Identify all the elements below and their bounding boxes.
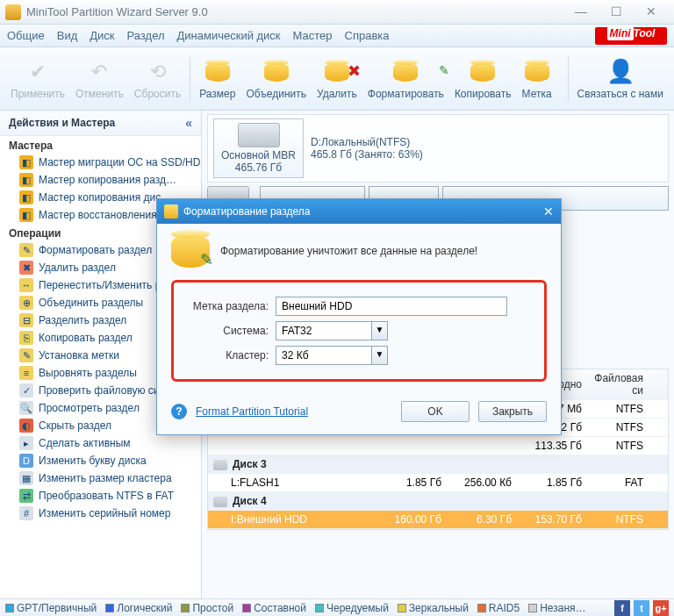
disk-header-4[interactable]: Диск 4	[208, 492, 668, 511]
format-icon: ✎	[391, 58, 419, 86]
chevron-down-icon[interactable]: ▼	[372, 321, 388, 340]
op-change-letter[interactable]: DИзменить букву диска	[0, 452, 201, 469]
delete-button[interactable]: ✖Удалить	[312, 54, 362, 104]
hdd-icon	[238, 123, 280, 147]
legend-striped: Чередуемый	[315, 602, 389, 614]
gplus-icon[interactable]: g+	[653, 600, 669, 616]
wizard-migrate-os[interactable]: ◧Мастер миграции ОС на SSD/HD	[0, 154, 201, 171]
legend-spanned: Составной	[242, 602, 306, 614]
resize-icon	[204, 58, 232, 86]
label-cluster: Кластер:	[184, 349, 269, 362]
legend-mirror: Зеркальный	[398, 602, 469, 614]
brand-logo: MiniTool	[595, 27, 667, 45]
help-icon[interactable]: ?	[171, 404, 187, 419]
label-filesystem: Система:	[184, 325, 269, 337]
disk-header-3[interactable]: Диск 3	[208, 455, 668, 474]
merge-button[interactable]: Объединить	[240, 54, 312, 104]
toolbar: ✔Применить ↶Отменить ⟲Сбросить Размер Об…	[0, 47, 674, 111]
dialog-close-icon[interactable]: ✕	[543, 204, 554, 218]
menu-help[interactable]: Справка	[345, 29, 390, 42]
dialog-titlebar: Форматирование раздела ✕	[157, 199, 561, 224]
delete-icon: ✖	[323, 58, 351, 86]
menu-bar: Общие Вид Диск Раздел Динамический диск …	[0, 25, 674, 47]
legend-simple: Простой	[181, 602, 233, 614]
legend-gpt: GPT/Первичный	[5, 602, 97, 614]
select-filesystem[interactable]: ▼	[276, 321, 388, 340]
dialog-title: Форматирование раздела	[183, 205, 310, 218]
disk-map-header: Основной MBR465.76 Гб D:Локальный(NTFS)4…	[207, 114, 669, 183]
wizard-copy-partition[interactable]: ◧Мастер копирования разд…	[0, 171, 201, 189]
format-big-icon	[171, 234, 210, 268]
app-icon	[5, 4, 21, 20]
window-title: MiniTool Partition Wizard Server 9.0	[26, 5, 208, 18]
minimize-button[interactable]: —	[563, 4, 599, 21]
disk-basic-box[interactable]: Основной MBR465.76 Гб	[213, 118, 304, 178]
discard-icon: ⟲	[144, 58, 172, 86]
dialog-icon	[164, 204, 178, 218]
dialog-form: Метка раздела: Система: ▼ Кластер: ▼	[171, 280, 547, 382]
chevron-down-icon[interactable]: ▼	[372, 346, 388, 365]
twitter-icon[interactable]: t	[634, 600, 649, 616]
legend-logical: Логический	[105, 602, 172, 614]
social-icons: f t g+	[614, 600, 669, 616]
copy-icon	[469, 58, 497, 86]
label-partition: Метка раздела:	[184, 300, 269, 312]
menu-view[interactable]: Вид	[57, 29, 78, 42]
facebook-icon[interactable]: f	[614, 600, 630, 616]
contact-icon: 👤	[606, 58, 635, 86]
collapse-icon[interactable]: «	[185, 116, 192, 130]
sidebar-group-wizards: Мастера	[0, 136, 201, 154]
sidebar-title: Действия и Мастера«	[0, 111, 201, 136]
resize-button[interactable]: Размер	[194, 54, 240, 104]
menu-disk[interactable]: Диск	[90, 29, 114, 42]
copy-button[interactable]: Копировать	[449, 54, 517, 104]
op-cluster-size[interactable]: ▦Изменить размер кластера	[0, 469, 201, 487]
undo-button[interactable]: ↶Отменить	[70, 54, 129, 104]
menu-wizard[interactable]: Мастер	[293, 29, 333, 42]
legend-bar: GPT/Первичный Логический Простой Составн…	[0, 598, 674, 616]
close-button[interactable]: ✕	[634, 4, 669, 21]
apply-button[interactable]: ✔Применить	[5, 54, 70, 104]
op-serial[interactable]: #Изменить серийный номер	[0, 505, 201, 522]
input-partition-label[interactable]	[276, 297, 507, 316]
label-icon	[523, 58, 551, 86]
op-ntfs-to-fat[interactable]: ⇄Преобразовать NTFS в FAT	[0, 487, 201, 505]
dialog-warning: Форматирование уничтожит все данные на р…	[171, 234, 547, 268]
op-set-active[interactable]: ▸Сделать активным	[0, 434, 201, 452]
format-dialog: Форматирование раздела ✕ Форматирование …	[156, 198, 562, 435]
cancel-button[interactable]: Закрыть	[478, 401, 547, 422]
ok-button[interactable]: OK	[401, 401, 470, 422]
undo-icon: ↶	[85, 58, 113, 86]
merge-icon	[262, 58, 290, 86]
maximize-button[interactable]: ☐	[599, 4, 634, 21]
discard-button[interactable]: ⟲Сбросить	[129, 54, 186, 104]
table-row-flash[interactable]: L:FLASH11.85 Гб256.00 Кб1.85 ГбFAT	[208, 474, 668, 492]
format-button[interactable]: ✎Форматировать	[362, 54, 449, 104]
legend-raid5: RAID5	[477, 602, 520, 614]
disk-local-info: D:Локальный(NTFS)465.8 Гб (Занято: 63%)	[311, 136, 423, 161]
tutorial-link[interactable]: Format Partition Tutorial	[196, 405, 308, 418]
table-row[interactable]: 113.35 ГбNTFS	[208, 437, 668, 455]
menu-dynamic[interactable]: Динамический диск	[177, 29, 281, 42]
menu-general[interactable]: Общие	[7, 29, 45, 42]
label-button[interactable]: Метка	[517, 54, 557, 104]
select-cluster[interactable]: ▼	[276, 346, 388, 365]
apply-icon: ✔	[24, 58, 52, 86]
contact-button[interactable]: 👤Связаться с нами	[572, 54, 669, 104]
table-row-external[interactable]: I:Внешний HDD160.00 Гб6.30 Гб153.70 ГбNT…	[208, 511, 668, 529]
window-titlebar: MiniTool Partition Wizard Server 9.0 — ☐…	[0, 0, 674, 25]
menu-partition[interactable]: Раздел	[127, 29, 165, 42]
legend-unalloc: Незаня…	[528, 602, 585, 614]
